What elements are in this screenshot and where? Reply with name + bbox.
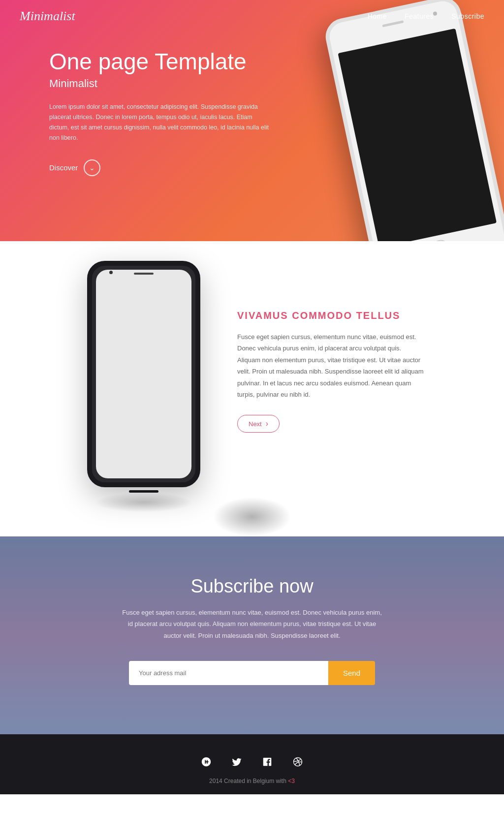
send-button[interactable]: Send [328, 661, 375, 685]
hero-content: One page Template Minimalist Lorem ipsum… [49, 49, 271, 176]
hero-phone-mockup [322, 0, 504, 241]
social-icons [10, 754, 494, 770]
footer-heart: <3 [288, 778, 295, 784]
subscribe-shadow [213, 497, 291, 536]
hero-subtitle: Minimalist [49, 77, 271, 90]
dark-phone-camera [109, 271, 113, 274]
chevron-down-icon: ⌄ [89, 164, 95, 172]
nav-features[interactable]: Features [405, 12, 434, 20]
next-label: Next [249, 420, 262, 428]
phone-dark-container [80, 261, 208, 512]
hero-title: One page Template [49, 49, 271, 74]
footer: 2014 Created in Belgium with <3 [0, 734, 504, 794]
phone-screen [338, 29, 497, 241]
dribbble-icon[interactable] [290, 754, 306, 770]
nav-subscribe[interactable]: Subscribe [451, 12, 484, 20]
brand-logo: Minimalist [20, 9, 75, 24]
discover-label: Discover [49, 163, 78, 172]
features-section: VIVAMUS COMMODO TELLUS Fusce eget sapien… [0, 241, 504, 536]
next-button[interactable]: Next [237, 415, 280, 433]
facebook-icon[interactable] [259, 754, 275, 770]
subscribe-section: Subscribe now Fusce eget sapien cursus, … [0, 536, 504, 734]
nav-links: Home Features Subscribe [368, 12, 484, 20]
discover-circle-icon: ⌄ [84, 159, 100, 176]
nav-home[interactable]: Home [368, 12, 387, 20]
features-title: VIVAMUS COMMODO TELLUS [237, 310, 424, 321]
subscribe-title: Subscribe now [20, 576, 484, 597]
discover-button[interactable]: Discover ⌄ [49, 159, 100, 176]
phone-shadow [94, 493, 193, 512]
subscribe-description: Fusce eget sapien cursus, elementum nunc… [119, 607, 385, 641]
hero-description: Lorem ipsum dolor sit amet, consectetur … [49, 102, 271, 144]
hero-section: Minimalist Home Features Subscribe One p… [0, 0, 504, 241]
twitter-icon[interactable] [229, 754, 245, 770]
footer-copyright: 2014 Created in Belgium with <3 [10, 778, 494, 784]
dark-phone-mockup [87, 261, 200, 487]
subscribe-form: Send [129, 661, 375, 685]
main-nav: Minimalist Home Features Subscribe [0, 0, 504, 32]
features-description: Fusce eget sapien cursus, elementum nunc… [237, 331, 424, 400]
features-text-block: VIVAMUS COMMODO TELLUS Fusce eget sapien… [237, 271, 424, 433]
dark-phone-speaker [134, 273, 154, 275]
email-input[interactable] [129, 661, 328, 685]
phone-side-buttons [195, 305, 197, 320]
google-plus-icon[interactable] [198, 754, 214, 770]
